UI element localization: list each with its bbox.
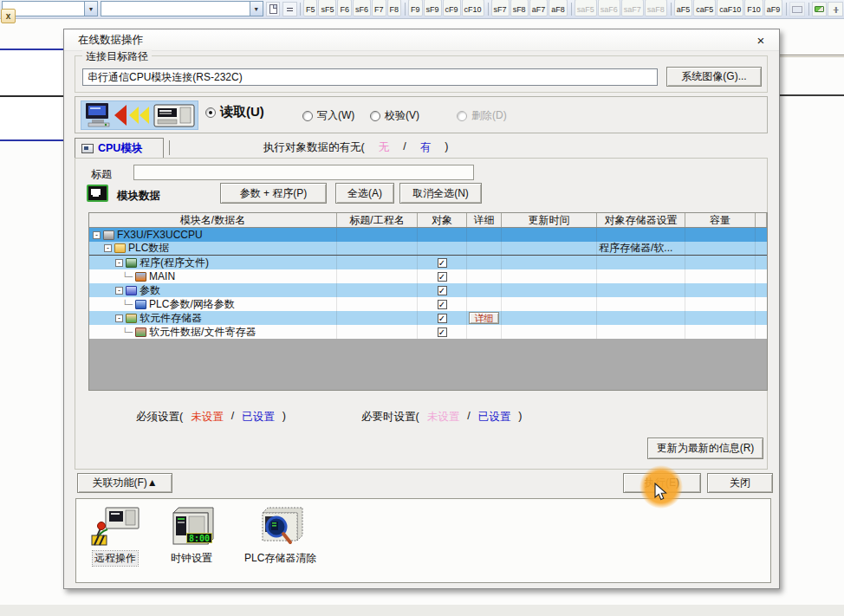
fkey-button-f9[interactable]: F9 [408,0,423,16]
expander-icon[interactable]: - [93,231,101,239]
fkey-button-saf8: saF8 [645,0,667,16]
fkey-button-caf5[interactable]: caF5 [693,0,716,16]
target-checkbox[interactable]: ✓ [438,327,447,337]
fkey-button-sf5[interactable]: sF5 [318,0,336,16]
ladder-rung-line [779,55,844,57]
fkey-button-sf9[interactable]: sF9 [424,0,442,16]
device-comment-button[interactable] [812,2,828,16]
workspace-lower-area [0,605,844,616]
column-header[interactable]: 对象存储器设置 [597,213,685,227]
chevron-down-icon[interactable]: ▼ [250,2,263,16]
page-icon [269,4,277,14]
close-icon[interactable]: × [750,33,772,48]
tab-cpu-module[interactable]: CPU模块 [75,138,164,158]
remote-operation-item[interactable]: 远程操作 [90,506,140,582]
table-row-program[interactable]: - 程序(程序文件) ✓ [89,256,767,269]
expander-icon[interactable]: - [115,287,123,295]
editor-tab-close-button[interactable]: x [1,9,16,23]
table-row-device-memory[interactable]: - 软元件存储器 ✓ 详细 [89,311,767,325]
row-label: 软元件数据/文件寄存器 [149,325,256,339]
fkey-button-f8[interactable]: F8 [387,0,402,16]
system-image-button[interactable]: 系统图像(G)... [666,67,762,87]
column-header[interactable]: 模块名/数据名 [89,213,337,227]
toolbar-separator [808,3,809,16]
required-label: 必须设置( [136,410,183,425]
radio-verify-label: 校验(V) [385,108,419,123]
dialog-titlebar[interactable]: 在线数据操作 × [64,29,779,51]
title-field-label: 标题 [91,167,112,182]
module-data-icon [87,185,108,202]
column-header[interactable]: 标题/工程名 [337,213,418,227]
radio-write-label: 写入(W) [317,108,354,123]
close-button[interactable]: 关闭 [707,473,773,493]
clock-setting-item[interactable]: 8:00 时钟设置 [166,506,217,582]
toolbar-combobox-1[interactable]: ▼ [2,1,98,16]
select-all-button[interactable]: 全选(A) [335,183,394,204]
row-label: FX3U/FX3UCCPU [117,229,203,241]
fkey-button-af8[interactable]: aF8 [549,0,568,16]
radio-write[interactable]: 写入(W) [302,108,354,123]
row-label: 参数 [140,283,160,297]
refresh-info-button[interactable]: 更新为最新的信息(R) [647,438,763,459]
target-checkbox[interactable]: ✓ [438,258,447,268]
toolbar-combobox-2[interactable]: ▼ [101,1,263,16]
dialog-title: 在线数据操作 [78,33,143,48]
target-checkbox[interactable]: ✓ [438,314,447,323]
fkey-button-f5[interactable]: F5 [303,0,318,16]
target-checkbox[interactable]: ✓ [438,272,447,282]
related-functions-button[interactable]: 关联功能(F)▲ [77,473,172,493]
fkey-button-sf7[interactable]: sF7 [491,0,510,16]
required-not-set: 未设置 [191,410,224,425]
keyboard-button[interactable] [789,2,805,16]
fkey-button-cf9[interactable]: cF9 [443,0,461,16]
fkey-button-f10[interactable]: F10 [744,0,763,16]
target-checkbox[interactable]: ✓ [438,300,447,309]
remote-operation-label: 远程操作 [93,551,138,566]
column-header[interactable]: 容量 [685,213,756,227]
fkey-button-saf6: saF6 [598,0,620,16]
table-row-parameter[interactable]: - 参数 ✓ [89,283,767,297]
deselect-all-button[interactable]: 取消全选(N) [399,183,482,204]
new-page-button[interactable] [266,2,281,16]
table-row-fx3u[interactable]: - FX3U/FX3UCCPU [89,228,767,242]
fkey-button-caf10[interactable]: caF10 [717,0,743,16]
column-header[interactable]: 详细 [467,213,502,227]
fkey-button-sf6[interactable]: sF6 [353,0,371,16]
optional-label: 必要时设置( [361,410,419,425]
column-header[interactable]: 对象 [418,213,467,227]
table-row-plc-parameter[interactable]: └─ PLC参数/网络参数 ✓ [89,297,767,311]
toolbar-separator [671,3,672,16]
table-row-device-data[interactable]: └─ 软元件数据/文件寄存器 ✓ [89,325,767,339]
connection-path-input[interactable] [82,68,658,86]
fkey-button-cf10[interactable]: cF10 [462,0,484,16]
status-have: 有 [420,140,432,155]
param-program-button[interactable]: 参数 + 程序(P) [220,183,327,204]
contact-button[interactable]: -||- [828,2,843,16]
title-input[interactable] [133,165,474,180]
suffix: ) [518,410,522,425]
plc-memory-clear-item[interactable]: PLC存储器清除 [243,506,318,582]
expander-icon[interactable]: - [115,314,123,322]
fkey-button-af5[interactable]: aF5 [674,0,693,16]
radio-selected-icon [205,107,216,118]
column-header[interactable]: 更新时间 [502,213,597,227]
fkey-button-f6[interactable]: F6 [337,0,352,16]
ladder-rung-line [779,94,844,96]
fkey-button-af9[interactable]: aF9 [764,0,783,16]
expander-icon[interactable]: - [104,244,112,252]
chevron-down-icon[interactable]: ▼ [84,2,97,16]
expander-icon[interactable]: - [115,259,123,267]
radio-read[interactable]: 读取(U) [205,104,264,120]
table-row-main[interactable]: └─ MAIN ✓ [89,269,767,283]
toolbar-overflow-button[interactable] [282,2,297,16]
detail-button[interactable]: 详细 [469,312,499,324]
target-checkbox[interactable]: ✓ [438,286,447,295]
radio-verify[interactable]: 校验(V) [370,108,419,123]
table-row-plc-data[interactable]: - PLC数据 程序存储器/软... [89,242,767,256]
fkey-button-f7[interactable]: F7 [372,0,386,16]
toolbar-separator [488,3,489,16]
fkey-button-af7[interactable]: aF7 [529,0,549,16]
radio-delete-label: 删除(D) [471,108,507,123]
operation-bar: 读取(U) 写入(W) 校验(V) 删除(D) [75,96,768,133]
fkey-button-sf8[interactable]: sF8 [510,0,529,16]
